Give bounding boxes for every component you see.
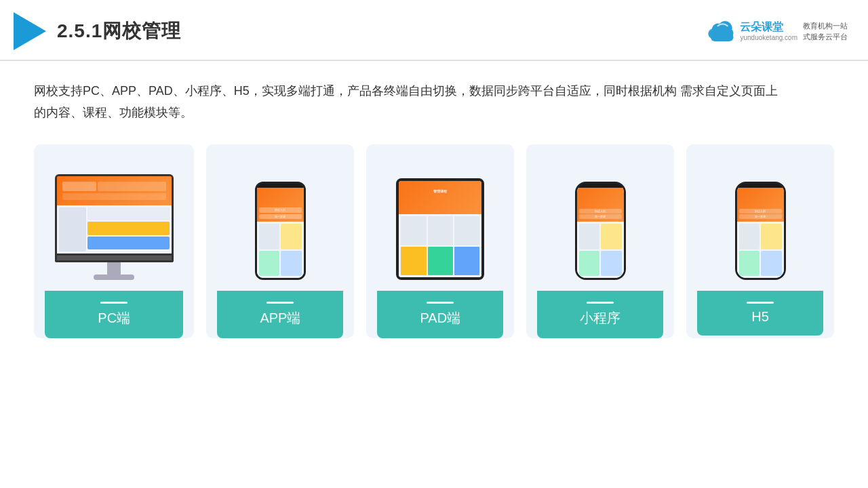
phone-body-app: 职达人的 第一堂课 <box>255 182 306 280</box>
svg-rect-5 <box>711 33 734 41</box>
cloud-icon <box>706 21 736 41</box>
phone-screen-h5: 职达人的 第一堂课 <box>737 188 784 278</box>
brand-slogan: 教育机构一站式服务云平台 <box>803 20 848 43</box>
phone-miniprogram: 职达人的 第一堂课 <box>575 182 626 280</box>
pc-monitor <box>55 174 174 280</box>
card-app: 职达人的 第一堂课 <box>206 144 354 338</box>
header-right: 云朵课堂 yunduoketang.com 教育机构一站式服务云平台 <box>706 20 848 43</box>
brand-name: 云朵课堂 <box>740 20 783 33</box>
card-label-app: APP端 <box>217 291 343 338</box>
monitor-body <box>55 174 174 256</box>
header-left: 2.5.1网校管理 <box>14 12 181 50</box>
page-header: 2.5.1网校管理 云朵课堂 yunduoketang.com 教育机构一站式服… <box>0 0 868 61</box>
monitor-stand-base <box>94 274 134 280</box>
page-description: 网校支持PC、APP、PAD、小程序、H5，实现多端打通，产品各终端自由切换，数… <box>34 80 780 124</box>
page-title: 2.5.1网校管理 <box>57 18 181 44</box>
screen-top-bar <box>57 176 172 205</box>
card-label-pad: PAD端 <box>377 291 503 338</box>
label-line <box>427 302 454 304</box>
pad-card-3 <box>454 216 479 245</box>
pad-device: 管理课程 <box>396 178 484 280</box>
pad-body: 管理课程 <box>396 178 484 280</box>
brand-text: 云朵课堂 yunduoketang.com <box>740 20 797 41</box>
card-h5: 职达人的 第一堂课 <box>686 144 834 338</box>
phone-screen-app: 职达人的 第一堂课 <box>257 188 304 278</box>
phone-notch-app <box>272 184 288 188</box>
logo-triangle-icon <box>14 12 46 50</box>
miniprogram-device-container: 职达人的 第一堂课 <box>537 158 663 280</box>
phone-app: 职达人的 第一堂课 <box>255 182 306 280</box>
pad-card-5 <box>428 247 453 275</box>
card-pad: 管理课程 <box>366 144 514 338</box>
card-label-pc: PC端 <box>45 291 183 338</box>
pad-card-1 <box>401 216 426 245</box>
card-label-h5: H5 <box>697 291 823 336</box>
monitor-chin <box>55 256 174 262</box>
pad-card-6 <box>454 247 479 275</box>
monitor-screen <box>57 176 172 253</box>
phone-body-h5: 职达人的 第一堂课 <box>735 182 786 280</box>
pad-device-container: 管理课程 <box>377 158 503 280</box>
card-miniprogram: 职达人的 第一堂课 <box>526 144 674 338</box>
main-content: 网校支持PC、APP、PAD、小程序、H5，实现多端打通，产品各终端自由切换，数… <box>0 61 868 352</box>
monitor-stand-neck <box>107 262 121 274</box>
pc-device-container <box>45 158 183 280</box>
phone-screen-mini: 职达人的 第一堂课 <box>577 188 624 278</box>
card-label-miniprogram: 小程序 <box>537 291 663 338</box>
phone-h5: 职达人的 第一堂课 <box>735 182 786 280</box>
pad-card-2 <box>428 216 453 245</box>
phone-notch-mini <box>592 184 608 188</box>
phone-notch-h5 <box>752 184 768 188</box>
screen-bottom <box>57 205 172 253</box>
label-line <box>587 302 614 304</box>
device-cards-row: PC端 职达人的 第一堂课 <box>34 144 834 338</box>
h5-device-container: 职达人的 第一堂课 <box>697 158 823 280</box>
phone-body-mini: 职达人的 第一堂课 <box>575 182 626 280</box>
label-line <box>747 302 774 304</box>
brand-logo: 云朵课堂 yunduoketang.com <box>706 20 797 41</box>
pad-card-4 <box>401 247 426 275</box>
app-device-container: 职达人的 第一堂课 <box>217 158 343 280</box>
card-pc: PC端 <box>34 144 194 338</box>
pad-screen: 管理课程 <box>399 181 481 277</box>
label-line <box>267 302 294 304</box>
pad-screen-top: 管理课程 <box>399 181 481 215</box>
label-line <box>100 302 127 304</box>
brand-domain: yunduoketang.com <box>740 34 797 42</box>
pad-screen-body <box>399 214 481 277</box>
